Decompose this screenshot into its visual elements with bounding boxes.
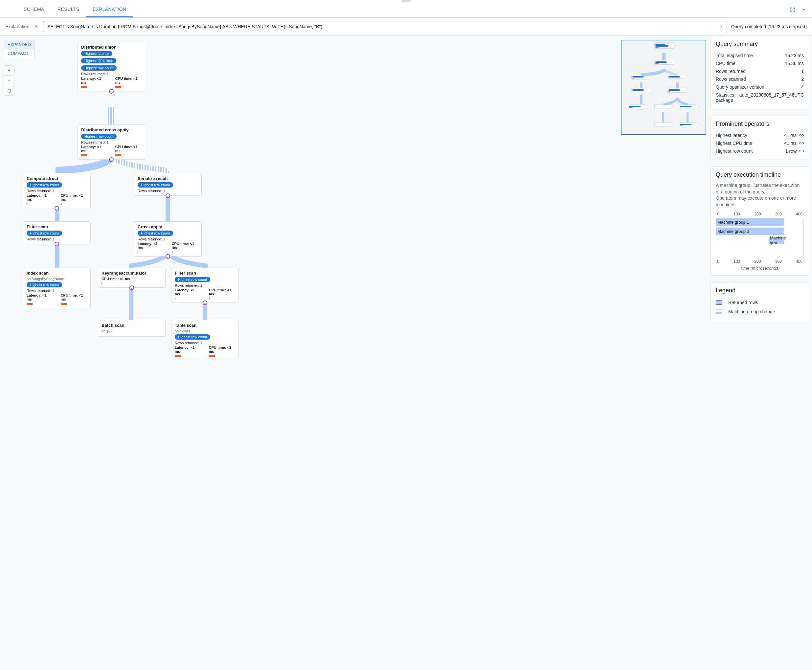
pill-highest-rows: Highest row count xyxy=(27,282,62,288)
prom-key: Highest latency xyxy=(716,133,747,138)
link-icon xyxy=(798,140,804,146)
node-keyrangeaccumulator[interactable]: Keyrangeaccumulator CPU time: <1 ms ⌄ xyxy=(98,268,166,288)
panel-title: Legend xyxy=(716,287,804,294)
rows-returned: Rows returned: 1 xyxy=(81,72,142,76)
node-title: Batch scan xyxy=(102,323,162,328)
explanation-bar: Explanation SELECT s.SongName, s.Duratio… xyxy=(0,18,812,36)
node-distributed-union[interactable]: Distributed union Highest latency Highes… xyxy=(78,42,145,91)
summary-key: Rows returned xyxy=(716,69,746,74)
node-title: Compute struct xyxy=(27,176,87,181)
tab-results[interactable]: RESULTS xyxy=(51,2,86,17)
node-title: Index scan xyxy=(27,271,87,276)
summary-key: CPU time xyxy=(716,61,736,66)
expand-connector-icon[interactable]: ⌄ xyxy=(129,286,134,290)
timeline-bar[interactable]: Machine group 1 xyxy=(716,218,784,226)
tabs-bar: SCHEMA RESULTS EXPLANATION xyxy=(0,2,812,18)
expand-connector-icon[interactable]: ⌄ xyxy=(109,157,113,162)
expand-connector-icon[interactable]: ⌄ xyxy=(54,206,59,210)
latency-stat: Latency: <1 ms xyxy=(175,345,199,354)
pill-highest-rows: Highest row count xyxy=(81,134,117,139)
summary-val: auto_20230608_17_57_46UTC xyxy=(739,92,804,103)
cpu-stat: CPU time: <1 ms xyxy=(61,193,87,201)
pill-highest-rows: Highest row count xyxy=(175,277,210,282)
tab-explanation[interactable]: EXPLANATION xyxy=(86,2,133,17)
view-toggle: EXPANDED COMPACT xyxy=(4,40,34,58)
node-subtitle: on $v2 xyxy=(102,329,162,333)
summary-val: 1 xyxy=(801,69,804,74)
cpu-stat: CPU time: <1 ms xyxy=(61,293,87,301)
node-subtitle: on Songs xyxy=(175,329,235,333)
timeline-bar[interactable]: Machine grou xyxy=(769,237,785,244)
node-filter-scan-2[interactable]: Filter scan Highest row count Rows retur… xyxy=(171,268,239,303)
zoom-out-button[interactable]: − xyxy=(4,76,14,85)
node-batch-scan[interactable]: Batch scan on $v2 xyxy=(98,320,166,337)
plan-canvas[interactable]: EXPANDED COMPACT + − xyxy=(0,36,710,358)
node-compute-struct[interactable]: Compute struct Highest row count Rows re… xyxy=(23,173,91,208)
query-select[interactable]: SELECT s.SongName, s.Duration FROM Songs… xyxy=(43,21,727,32)
node-title: Cross apply xyxy=(138,224,198,229)
toggle-compact[interactable]: COMPACT xyxy=(4,49,34,58)
legend-label: Machine group change xyxy=(728,309,775,314)
panel-title: Query execution timeline xyxy=(716,171,804,178)
link-icon xyxy=(798,133,804,138)
node-title: Distributed cross apply xyxy=(81,127,142,132)
timeline-panel: Query execution timeline A machine group… xyxy=(710,166,809,276)
summary-key: Rows scanned xyxy=(716,76,746,82)
expand-connector-icon[interactable]: ⌄ xyxy=(203,301,207,305)
pill-highest-rows: Highest row count xyxy=(27,230,62,236)
fullscreen-icon[interactable] xyxy=(790,7,795,13)
node-cross-apply[interactable]: Cross apply Highest row count Rows retur… xyxy=(134,222,202,257)
latency-stat: Latency: <1 ms xyxy=(138,242,162,250)
explanation-label: Explanation xyxy=(5,24,29,29)
prom-val[interactable]: 1 row xyxy=(785,149,804,154)
svg-rect-8 xyxy=(640,83,643,88)
tab-schema[interactable]: SCHEMA xyxy=(17,2,51,17)
cpu-stat: CPU time: <1 ms xyxy=(209,288,235,296)
link-icon xyxy=(798,149,804,154)
zoom-controls: + − xyxy=(4,65,14,96)
svg-rect-7 xyxy=(662,53,665,60)
cpu-stat: CPU time: <1 ms xyxy=(102,277,162,281)
timeline-bar[interactable]: Machine group 2 xyxy=(716,228,784,235)
node-title: Keyrangeaccumulator xyxy=(102,271,162,276)
cpu-stat: CPU time: <1 ms xyxy=(209,345,235,354)
node-index-scan[interactable]: Index scan on SongsBySongName Highest ro… xyxy=(23,268,91,308)
expand-connector-icon[interactable]: ⌄ xyxy=(109,89,113,94)
expand-connector-icon[interactable]: ⌄ xyxy=(54,242,59,246)
rows-returned: Rows returned: 1 xyxy=(175,341,235,345)
summary-val: 16.23 ms xyxy=(785,53,804,58)
rows-returned: Rows returned: 1 xyxy=(175,283,235,288)
node-table-scan[interactable]: Table scan on Songs Highest row count Ro… xyxy=(171,320,239,358)
rows-returned: Rows returned: 1 xyxy=(27,289,87,293)
node-filter-scan[interactable]: Filter scan Highest row count Rows retur… xyxy=(23,222,91,244)
prom-val[interactable]: <1 ms xyxy=(784,140,804,146)
cpu-stat: CPU time: <1 ms xyxy=(115,76,142,85)
query-text: SELECT s.SongName, s.Duration FROM Songs… xyxy=(47,24,323,29)
latency-stat: Latency: <1 ms xyxy=(175,288,199,296)
query-status: Query completed (16.23 ms elapsed) xyxy=(731,24,807,29)
legend-swatch-change xyxy=(716,310,722,314)
node-title: Serialize result xyxy=(138,176,198,181)
toggle-expanded[interactable]: EXPANDED xyxy=(4,40,34,49)
node-distributed-cross-apply[interactable]: Distributed cross apply Highest row coun… xyxy=(78,125,145,160)
node-title: Table scan xyxy=(175,323,235,328)
pill-highest-rows: Highest row count xyxy=(138,230,173,236)
legend-panel: Legend Returned rows Machine group chang… xyxy=(710,282,809,321)
rows-returned: Rows returned: 1 xyxy=(138,237,198,241)
node-serialize-result[interactable]: Serialize result Highest row count Rows … xyxy=(134,173,202,196)
prom-key: Highest CPU time xyxy=(716,140,752,146)
summary-val: 2 xyxy=(801,76,804,82)
expand-connector-icon[interactable]: ⌄ xyxy=(166,254,170,259)
prom-val[interactable]: <1 ms xyxy=(784,133,804,138)
node-title: Filter scan xyxy=(175,271,235,276)
panel-title: Prominent operators xyxy=(716,120,804,127)
query-summary-panel: Query summary Total elapsed time16.23 ms… xyxy=(710,36,809,109)
minimap[interactable] xyxy=(621,40,706,135)
expand-connector-icon[interactable]: ⌄ xyxy=(166,193,170,198)
zoom-reset-button[interactable] xyxy=(4,85,14,95)
zoom-in-button[interactable]: + xyxy=(4,66,14,76)
collapse-chevron-icon[interactable] xyxy=(801,7,807,13)
cpu-stat: CPU time: <1 ms xyxy=(115,145,142,153)
svg-rect-12 xyxy=(687,112,689,122)
rows-returned: Rows returned: 1 xyxy=(27,237,87,241)
